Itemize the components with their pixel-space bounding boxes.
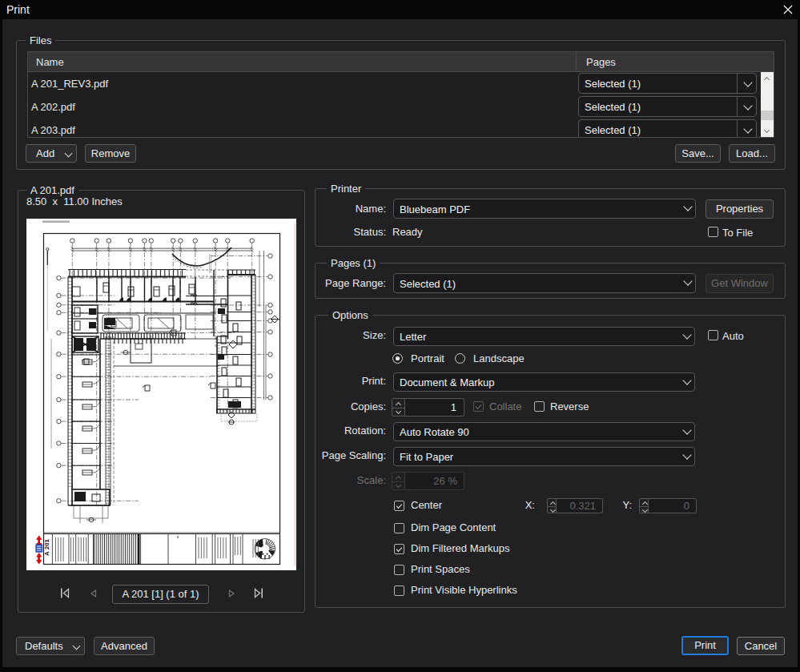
svg-text:A 201: A 201 bbox=[43, 538, 50, 556]
